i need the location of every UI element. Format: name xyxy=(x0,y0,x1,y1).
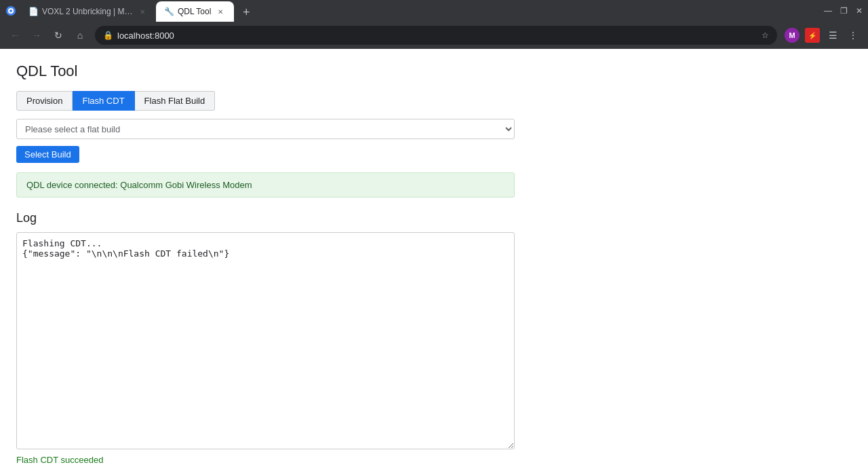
flat-build-select[interactable]: Please select a flat build xyxy=(16,119,515,139)
tab-buttons: Provision Flash CDT Flash Flat Build xyxy=(16,91,852,111)
tab-close-1[interactable]: ✕ xyxy=(137,6,148,17)
close-button[interactable]: ✕ xyxy=(856,6,863,16)
status-banner-text: QDL device connected: Qualcomm Gobi Wire… xyxy=(26,180,252,190)
page-title: QDL Tool xyxy=(16,62,852,80)
back-button[interactable]: ← xyxy=(5,26,24,45)
select-build-button[interactable]: Select Build xyxy=(16,146,79,163)
bookmarks-button[interactable]: ☰ xyxy=(823,26,842,45)
home-button[interactable]: ⌂ xyxy=(71,26,90,45)
profile-avatar: M xyxy=(785,28,800,43)
browser-icon xyxy=(5,5,16,16)
flash-success-message: Flash CDT succeeded xyxy=(16,455,852,465)
reload-button[interactable]: ↻ xyxy=(49,26,68,45)
nav-right-icons: M ⚡ ☰ ⋮ xyxy=(783,26,863,45)
forward-button[interactable]: → xyxy=(27,26,46,45)
window-controls: — ❐ ✕ xyxy=(824,6,863,16)
extension-icon: ⚡ xyxy=(805,28,820,43)
security-icon: 🔒 xyxy=(103,31,113,40)
log-title: Log xyxy=(16,211,852,225)
page-content: QDL Tool Provision Flash CDT Flash Flat … xyxy=(0,49,868,467)
log-textarea[interactable] xyxy=(16,232,515,449)
tab-label-1: VOXL 2 Unbricking | ModalAI Ti... xyxy=(42,7,133,16)
tab-flash-cdt[interactable]: Flash CDT xyxy=(73,91,134,111)
tab-favicon-2: 🔧 xyxy=(164,7,174,16)
title-bar: 📄 VOXL 2 Unbricking | ModalAI Ti... ✕ 🔧 … xyxy=(0,0,868,22)
status-banner: QDL device connected: Qualcomm Gobi Wire… xyxy=(16,172,515,198)
browser-tab-2[interactable]: 🔧 QDL Tool ✕ xyxy=(156,1,234,22)
minimize-button[interactable]: — xyxy=(824,6,832,16)
address-text: localhost:8000 xyxy=(117,31,757,41)
tab-provision[interactable]: Provision xyxy=(16,91,73,111)
navigation-bar: ← → ↻ ⌂ 🔒 localhost:8000 ☆ M ⚡ ☰ ⋮ xyxy=(0,22,868,49)
bookmark-icon[interactable]: ☆ xyxy=(762,31,769,40)
svg-point-2 xyxy=(9,10,12,12)
browser-tab-1[interactable]: 📄 VOXL 2 Unbricking | ModalAI Ti... ✕ xyxy=(20,1,156,22)
menu-button[interactable]: ⋮ xyxy=(844,26,863,45)
flat-build-select-wrapper: Please select a flat build xyxy=(16,119,852,139)
new-tab-button[interactable]: + xyxy=(237,3,256,22)
tab-close-2[interactable]: ✕ xyxy=(215,6,226,17)
restore-button[interactable]: ❐ xyxy=(840,6,848,16)
tab-flash-flat-build[interactable]: Flash Flat Build xyxy=(135,91,216,111)
accounts-button[interactable]: M xyxy=(783,26,802,45)
extensions-button[interactable]: ⚡ xyxy=(803,26,822,45)
browser-window: 📄 VOXL 2 Unbricking | ModalAI Ti... ✕ 🔧 … xyxy=(0,0,868,467)
tab-favicon-1: 📄 xyxy=(28,7,38,16)
address-bar[interactable]: 🔒 localhost:8000 ☆ xyxy=(95,26,777,45)
tab-label-2: QDL Tool xyxy=(178,7,211,16)
